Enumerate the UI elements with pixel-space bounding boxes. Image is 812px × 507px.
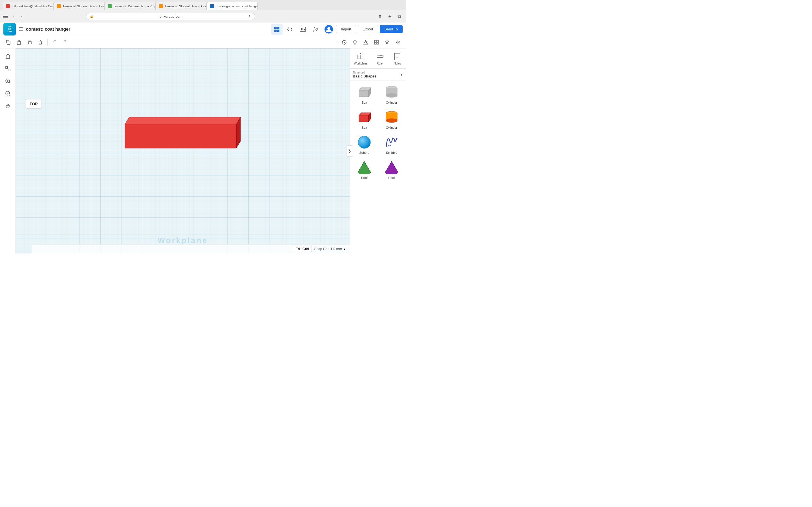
forward-button[interactable]: › xyxy=(18,13,24,19)
svg-line-40 xyxy=(9,82,10,83)
svg-rect-0 xyxy=(274,27,276,29)
shape-label-sphere: Sphere xyxy=(359,151,369,154)
toolbar-sep-1 xyxy=(47,39,48,46)
svg-point-89 xyxy=(358,136,370,149)
redo-button[interactable] xyxy=(61,38,70,47)
undo-button[interactable] xyxy=(50,38,59,47)
mirror-button[interactable] xyxy=(393,38,403,47)
new-tab-button[interactable]: ＋ xyxy=(386,12,394,20)
snap-value-dropdown[interactable]: ▲ xyxy=(343,247,346,251)
shapes-provider: Tinkercad xyxy=(353,71,398,74)
sidebar-toggle-button[interactable] xyxy=(3,13,8,19)
tab-5[interactable]: 3D design contest: coat hanger | Tinkerc… xyxy=(207,2,258,10)
shape-orange-cylinder[interactable]: Cylinder xyxy=(378,107,405,131)
zoom-in-icon xyxy=(5,78,11,84)
shape-purple-pyramid[interactable]: Roof xyxy=(378,157,405,182)
copy-button[interactable] xyxy=(3,38,13,47)
align-button[interactable] xyxy=(382,38,392,47)
svg-rect-34 xyxy=(8,69,10,71)
undo-icon xyxy=(52,40,57,45)
tab-1[interactable]: (S1)(In-Class)(Instruables Contest - Tin… xyxy=(3,2,54,10)
tab-2[interactable]: Tinkercad Student Design Contest – Instr… xyxy=(54,2,105,10)
notes-tool[interactable]: Notes xyxy=(391,51,404,66)
shape-gray-box[interactable]: Box xyxy=(351,82,378,107)
workplane-tool[interactable]: Workplane xyxy=(352,51,370,66)
svg-point-8 xyxy=(314,27,316,29)
tab-favicon-1 xyxy=(6,4,10,8)
ruler-icon xyxy=(375,52,385,61)
ruler-tool[interactable]: Ruler xyxy=(373,51,387,66)
tab-favicon-5 xyxy=(210,4,214,8)
lock-icon: 🔒 xyxy=(90,15,94,18)
shape-label-red-box: Box xyxy=(362,126,367,129)
zoom-in-button[interactable] xyxy=(3,76,13,86)
shapes-dropdown-button[interactable]: ▼ xyxy=(400,73,403,76)
group-button[interactable] xyxy=(371,38,381,47)
svg-rect-1 xyxy=(277,27,280,29)
codeblocks-button[interactable] xyxy=(284,24,296,35)
menu-button[interactable]: ☰ xyxy=(18,26,23,33)
tab-3[interactable]: Lesson 2: Documenting a Project : 7 Ste.… xyxy=(105,2,156,10)
shape-thumb-orange-cylinder xyxy=(383,109,400,125)
svg-point-22 xyxy=(354,41,356,43)
shape-tool-button[interactable] xyxy=(361,38,370,47)
svg-rect-33 xyxy=(6,66,8,68)
canvas-watermark: Workplane xyxy=(158,236,208,245)
share-button[interactable]: ⬆ xyxy=(376,12,384,20)
add-person-button[interactable] xyxy=(310,24,321,35)
import-button[interactable]: Import xyxy=(336,25,356,33)
shape-scribble[interactable]: Scribble xyxy=(378,132,405,157)
home-button[interactable] xyxy=(3,51,13,61)
grid-icon xyxy=(273,26,280,33)
svg-point-12 xyxy=(327,27,330,30)
svg-rect-63 xyxy=(395,53,400,60)
anchor-icon xyxy=(5,103,11,109)
snap-value: 1.0 mm ▲ xyxy=(331,247,346,251)
shape-red-box[interactable]: Box xyxy=(351,107,378,131)
camera-target-icon xyxy=(342,40,347,45)
export-button[interactable]: Export xyxy=(358,25,378,33)
send-to-button[interactable]: Send To xyxy=(380,25,403,33)
copy-icon xyxy=(5,40,11,45)
tabs-overview-button[interactable]: ⧉ xyxy=(395,12,403,20)
home-icon xyxy=(5,53,11,59)
delete-icon xyxy=(38,40,43,45)
align-icon xyxy=(384,40,390,45)
sim-button[interactable] xyxy=(297,24,308,35)
edit-grid-button[interactable]: Edit Grid xyxy=(293,245,312,252)
light-button[interactable] xyxy=(350,38,360,47)
panel-collapse-button[interactable]: ❯ xyxy=(346,145,353,157)
shape-label-orange-cylinder: Cylinder xyxy=(386,126,397,129)
view-label: TOP xyxy=(26,99,42,109)
shape-green-pyramid[interactable]: Roof xyxy=(351,157,378,182)
tab-4[interactable]: Tinkercad Student Design Contest – Instr… xyxy=(156,2,207,10)
tinkercad-logo: TINKERCAD xyxy=(3,23,16,36)
snap-grid-label: Snap Grid xyxy=(314,247,329,251)
fit-view-button[interactable] xyxy=(3,64,13,74)
panel-tools: Workplane Rule xyxy=(350,48,406,69)
profile-button[interactable] xyxy=(323,24,335,35)
canvas-area[interactable]: TOP Workplane xyxy=(16,48,350,253)
view-label-text: TOP xyxy=(30,102,38,106)
svg-rect-50 xyxy=(125,124,236,148)
delete-button[interactable] xyxy=(36,38,45,47)
svg-rect-58 xyxy=(377,55,383,57)
paste-icon xyxy=(16,40,22,45)
project-title: contest: coat hanger xyxy=(26,27,70,32)
shapes-category: Basic Shapes xyxy=(353,74,398,78)
camera-target-button[interactable] xyxy=(340,38,349,47)
address-bar[interactable]: 🔒 tinkercad.com ↻ xyxy=(86,13,255,20)
duplicate-button[interactable] xyxy=(25,38,35,47)
shape-sphere[interactable]: Sphere xyxy=(351,132,378,157)
shape-gray-cylinder[interactable]: Cylinder xyxy=(378,82,405,107)
anchor-button[interactable] xyxy=(3,101,13,111)
3d-object-container[interactable] xyxy=(122,116,243,154)
tab-label-3: Lesson 2: Documenting a Project : 7 Ste.… xyxy=(114,4,156,8)
paste-button[interactable] xyxy=(14,38,24,47)
shape-label-gray-box: Box xyxy=(362,101,367,104)
grid-view-button[interactable] xyxy=(271,24,283,35)
back-button[interactable]: ‹ xyxy=(11,13,16,19)
shape-thumb-sphere xyxy=(356,134,373,150)
browser-actions: ⬆ ＋ ⧉ xyxy=(376,12,403,20)
zoom-out-button[interactable] xyxy=(3,89,13,99)
